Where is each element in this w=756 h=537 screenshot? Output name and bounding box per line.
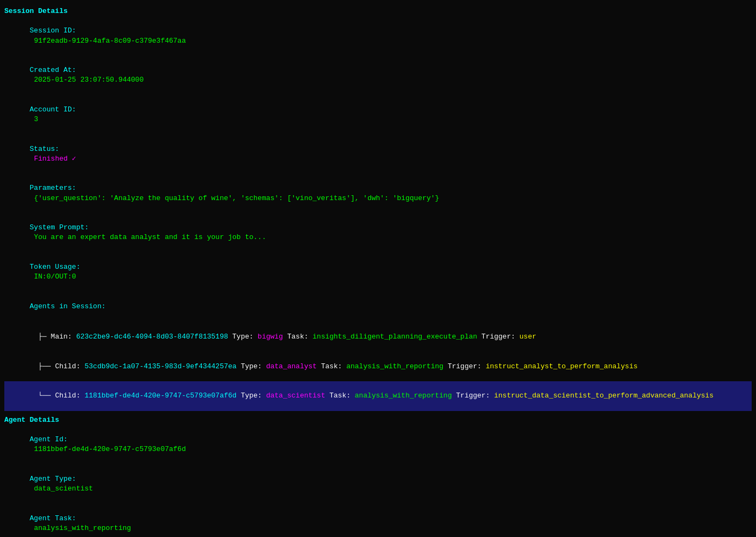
agent-main-line: ├─ Main: 623c2be9-dc46-4094-8d03-8407f81… (4, 322, 752, 352)
token-usage-line: Token Usage: IN:0/OUT:0 (4, 253, 752, 292)
parameters-line: Parameters: {'user_question': 'Analyze t… (4, 174, 752, 213)
agent-child1-line: ├── Child: 53cdb9dc-1a07-4135-983d-9ef43… (4, 352, 752, 382)
session-header: Session Details (4, 6, 752, 16)
agents-in-session-label: Agents in Session: (4, 291, 752, 321)
status-badge: Finished ✓ (34, 155, 76, 163)
session-details-section: Session Details Session ID: 91f2eadb-912… (4, 6, 752, 411)
agent-task-line: Agent Task: analysis_with_reporting (4, 503, 752, 537)
account-id-line: Account ID: 3 (4, 95, 752, 135)
session-id-value (30, 37, 34, 45)
agent-type-line: Agent Type: data_scientist (4, 465, 752, 504)
agent-child2-line: └── Child: 1181bbef-de4d-420e-9747-c5793… (4, 381, 752, 411)
agents-tree: ├─ Main: 623c2be9-dc46-4094-8d03-8407f81… (4, 322, 752, 411)
session-id-label: Session ID: (30, 26, 76, 35)
terminal-window: Session Details Session ID: 91f2eadb-912… (4, 6, 752, 537)
agent-header: Agent Details (4, 415, 752, 425)
status-line: Status: Finished ✓ (4, 134, 752, 174)
agent-id-line: Agent Id: 1181bbef-de4d-420e-9747-c5793e… (4, 425, 752, 465)
system-prompt-line: System Prompt: You are an expert data an… (4, 213, 752, 253)
session-id-line: Session ID: 91f2eadb-9129-4afa-8c09-c379… (4, 16, 752, 56)
agent-details-section: Agent Details Agent Id: 1181bbef-de4d-42… (4, 415, 752, 537)
created-at-line: Created At: 2025-01-25 23:07:50.944000 (4, 56, 752, 95)
